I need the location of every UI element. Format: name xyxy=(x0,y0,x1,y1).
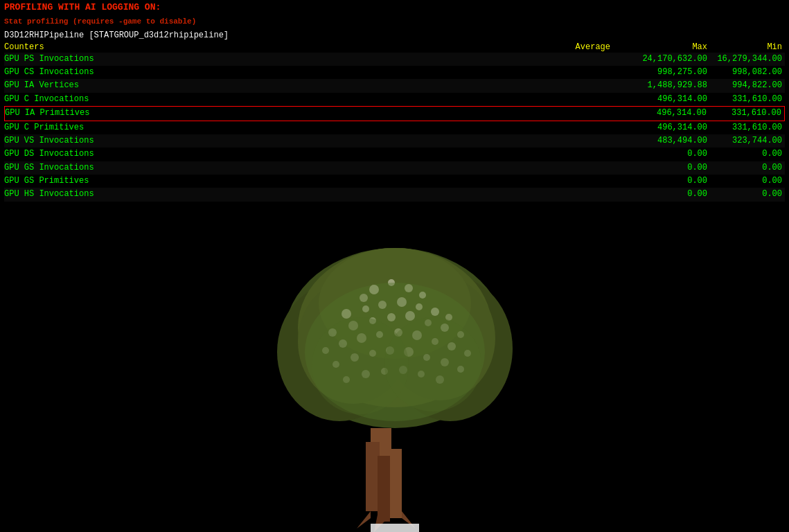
counter-name: GPU PS Invocations xyxy=(4,53,508,65)
counter-max: 0.00 xyxy=(619,162,716,174)
table-row[interactable]: GPU IA Primitives496,314.00331,610.00 xyxy=(4,106,785,121)
counter-min: 331,610.00 xyxy=(716,94,785,105)
counter-min: 0.00 xyxy=(716,162,785,174)
table-row[interactable]: GPU VS Invocations483,494.00323,744.00 xyxy=(4,134,785,148)
counter-min: 998,082.00 xyxy=(716,66,785,78)
panel-title: D3D12RHIPipeline [STATGROUP_d3d12rhipipe… xyxy=(4,30,785,40)
counter-average xyxy=(507,107,618,119)
counter-max: 24,170,632.00 xyxy=(619,53,716,65)
counter-max: 0.00 xyxy=(619,148,716,160)
counter-name: GPU IA Primitives xyxy=(5,107,507,119)
counter-average xyxy=(508,94,619,105)
tree-illustration xyxy=(263,200,526,532)
tree-area xyxy=(0,179,789,532)
counter-max: 998,275.00 xyxy=(619,66,716,78)
table-row[interactable]: GPU C Invocations496,314.00331,610.00 xyxy=(4,93,785,106)
stats-panel: D3D12RHIPipeline [STATGROUP_d3d12rhipipe… xyxy=(0,30,789,202)
table-row[interactable]: GPU CS Invocations998,275.00998,082.00 xyxy=(4,66,785,79)
counter-average xyxy=(508,148,619,160)
table-row[interactable]: GPU PS Invocations24,170,632.0016,279,34… xyxy=(4,53,785,66)
warning-section: PROFILING WITH AI LOGGING ON: Stat profi… xyxy=(0,0,789,29)
counter-min: 994,822.00 xyxy=(716,80,785,91)
counter-name: GPU CS Invocations xyxy=(4,66,508,78)
counter-min: 0.00 xyxy=(716,148,785,160)
counter-min: 16,279,344.00 xyxy=(716,53,785,65)
counter-max: 496,314.00 xyxy=(619,94,716,105)
table-header: Counters Average Max Min xyxy=(4,42,785,53)
svg-marker-4 xyxy=(357,511,371,529)
counter-average xyxy=(508,53,619,65)
table-row[interactable]: GPU C Primitives496,314.00331,610.00 xyxy=(4,121,785,134)
header-average: Average xyxy=(508,42,619,52)
counter-min: 331,610.00 xyxy=(716,122,785,134)
counter-average xyxy=(508,66,619,78)
counter-min: 331,610.00 xyxy=(715,107,784,119)
counter-average xyxy=(508,162,619,174)
warning-line-2: Stat profiling (requires -game to disabl… xyxy=(0,15,789,28)
counter-average xyxy=(508,80,619,91)
counter-name: GPU DS Invocations xyxy=(4,148,508,160)
counter-name: GPU C Primitives xyxy=(4,122,508,134)
svg-rect-7 xyxy=(371,524,419,532)
counter-max: 496,314.00 xyxy=(618,107,715,119)
svg-point-61 xyxy=(384,317,481,411)
counter-min: 323,744.00 xyxy=(716,135,785,147)
counter-max: 483,494.00 xyxy=(619,135,716,147)
header-max: Max xyxy=(619,42,716,52)
table-row[interactable]: GPU DS Invocations0.000.00 xyxy=(4,148,785,161)
counter-name: GPU C Invocations xyxy=(4,94,508,105)
counter-name: GPU IA Vertices xyxy=(4,80,508,91)
warning-line-1: PROFILING WITH AI LOGGING ON: xyxy=(0,0,789,15)
counter-average xyxy=(508,135,619,147)
table-row[interactable]: GPU IA Vertices1,488,929.88994,822.00 xyxy=(4,79,785,92)
counter-max: 1,488,929.88 xyxy=(619,80,716,91)
svg-rect-3 xyxy=(378,456,390,522)
counter-max: 496,314.00 xyxy=(619,122,716,134)
header-min: Min xyxy=(716,42,785,52)
table-row[interactable]: GPU GS Invocations0.000.00 xyxy=(4,161,785,175)
counter-name: GPU GS Invocations xyxy=(4,162,508,174)
counter-name: GPU VS Invocations xyxy=(4,135,508,147)
header-name: Counters xyxy=(4,42,508,52)
counter-average xyxy=(508,122,619,134)
